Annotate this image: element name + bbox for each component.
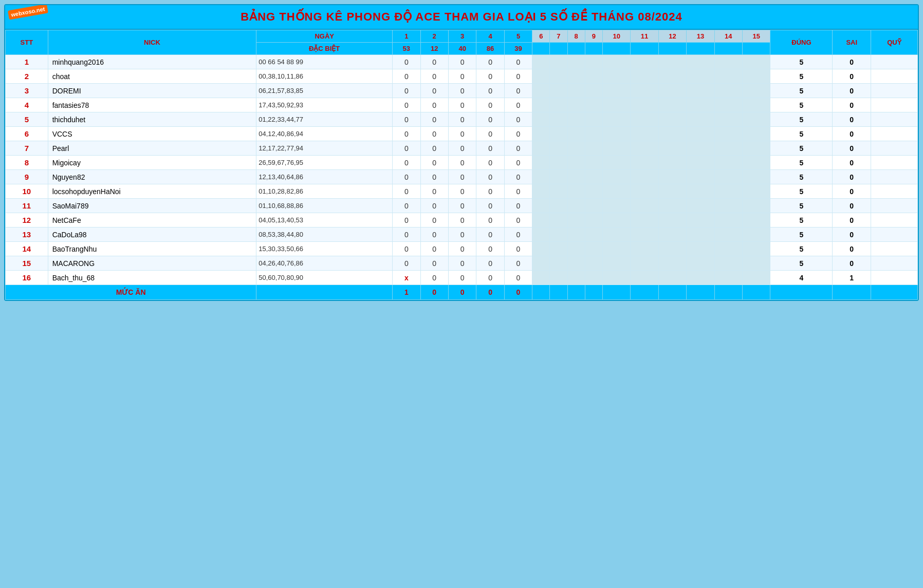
cell-val-1: 0 <box>393 256 420 271</box>
table-row: 13CaDoLa9808,53,38,44,800000050 <box>6 227 918 242</box>
cell-val-14 <box>714 69 742 84</box>
col-nick-header: NICK <box>48 30 256 55</box>
main-container: webxoso.net BẢNG THỐNG KÊ PHONG ĐỘ ACE T… <box>4 4 919 301</box>
cell-val-11 <box>631 112 658 127</box>
cell-val-12 <box>658 112 686 127</box>
cell-val-10 <box>602 112 630 127</box>
cell-val-4: 0 <box>476 127 504 141</box>
cell-val-10 <box>602 98 630 112</box>
cell-val-6 <box>532 127 550 141</box>
table-row: 1minhquang201600 66 54 88 990000050 <box>6 55 918 69</box>
footer-val-13 <box>687 285 714 300</box>
cell-val-6 <box>532 112 550 127</box>
cell-val-1: 0 <box>393 55 420 69</box>
cell-val-3: 0 <box>448 98 476 112</box>
cell-val-14 <box>714 98 742 112</box>
cell-sai: 0 <box>833 112 871 127</box>
cell-val-10 <box>602 184 630 199</box>
dac-val-15 <box>743 43 770 55</box>
cell-val-9 <box>585 213 602 227</box>
cell-val-13 <box>687 127 714 141</box>
table-row: 11SaoMai78901,10,68,88,860000050 <box>6 199 918 213</box>
col-stt-header: STT <box>6 30 48 55</box>
cell-val-5: 0 <box>504 213 532 227</box>
col-14-header: 14 <box>714 30 742 43</box>
col-3-header: 3 <box>448 30 476 43</box>
cell-val-7 <box>550 127 567 141</box>
cell-val-4: 0 <box>476 69 504 84</box>
cell-val-15 <box>743 69 770 84</box>
cell-val-7 <box>550 256 567 271</box>
cell-val-13 <box>687 242 714 256</box>
cell-val-4: 0 <box>476 227 504 242</box>
cell-ngay: 15,30,33,50,66 <box>256 242 393 256</box>
cell-val-8 <box>567 127 585 141</box>
col-1-header: 1 <box>393 30 420 43</box>
cell-val-4: 0 <box>476 170 504 184</box>
dac-val-13 <box>687 43 714 55</box>
cell-val-11 <box>631 98 658 112</box>
cell-val-1: 0 <box>393 69 420 84</box>
cell-nick: Nguyen82 <box>48 170 256 184</box>
cell-ngay: 08,53,38,44,80 <box>256 227 393 242</box>
cell-val-6 <box>532 199 550 213</box>
cell-val-7 <box>550 112 567 127</box>
cell-val-11 <box>631 170 658 184</box>
col-8-header: 8 <box>567 30 585 43</box>
cell-val-3: 0 <box>448 271 476 285</box>
table-row: 3DOREMI06,21,57,83,850000050 <box>6 84 918 98</box>
footer-val-7 <box>550 285 567 300</box>
cell-val-8 <box>567 98 585 112</box>
dac-val-2: 12 <box>420 43 448 55</box>
cell-val-4: 0 <box>476 55 504 69</box>
cell-dung: 5 <box>770 127 833 141</box>
cell-val-5: 0 <box>504 98 532 112</box>
cell-stt: 1 <box>6 55 48 69</box>
cell-val-11 <box>631 227 658 242</box>
cell-val-10 <box>602 242 630 256</box>
cell-sai: 0 <box>833 156 871 170</box>
cell-stt: 15 <box>6 256 48 271</box>
cell-stt: 2 <box>6 69 48 84</box>
cell-val-1: 0 <box>393 227 420 242</box>
cell-val-12 <box>658 184 686 199</box>
cell-stt: 3 <box>6 84 48 98</box>
cell-nick: DOREMI <box>48 84 256 98</box>
cell-val-7 <box>550 199 567 213</box>
cell-quy <box>871 213 918 227</box>
cell-val-6 <box>532 256 550 271</box>
cell-val-10 <box>602 69 630 84</box>
cell-val-9 <box>585 127 602 141</box>
cell-val-2: 0 <box>420 256 448 271</box>
cell-val-2: 0 <box>420 242 448 256</box>
cell-dung: 5 <box>770 84 833 98</box>
title-bar: webxoso.net BẢNG THỐNG KÊ PHONG ĐỘ ACE T… <box>5 5 918 30</box>
cell-sai: 0 <box>833 256 871 271</box>
dac-val-7 <box>550 43 567 55</box>
cell-val-1: 0 <box>393 156 420 170</box>
cell-val-10 <box>602 127 630 141</box>
cell-val-14 <box>714 184 742 199</box>
cell-val-5: 0 <box>504 271 532 285</box>
cell-val-13 <box>687 156 714 170</box>
cell-stt: 11 <box>6 199 48 213</box>
cell-val-4: 0 <box>476 184 504 199</box>
cell-val-11 <box>631 127 658 141</box>
dac-val-4: 86 <box>476 43 504 55</box>
cell-val-3: 0 <box>448 213 476 227</box>
cell-val-14 <box>714 213 742 227</box>
cell-val-6 <box>532 141 550 156</box>
cell-val-15 <box>743 256 770 271</box>
cell-val-3: 0 <box>448 184 476 199</box>
cell-ngay: 01,10,28,82,86 <box>256 184 393 199</box>
cell-quy <box>871 156 918 170</box>
col-6-header: 6 <box>532 30 550 43</box>
cell-val-4: 0 <box>476 141 504 156</box>
cell-val-14 <box>714 84 742 98</box>
cell-val-11 <box>631 213 658 227</box>
cell-val-14 <box>714 227 742 242</box>
cell-val-7 <box>550 242 567 256</box>
cell-sai: 0 <box>833 55 871 69</box>
dac-val-14 <box>714 43 742 55</box>
cell-quy <box>871 184 918 199</box>
